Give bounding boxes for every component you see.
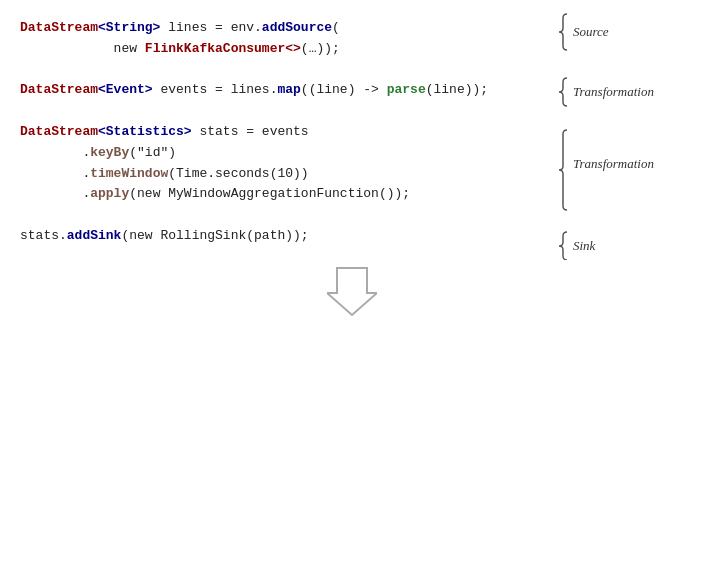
code-section: DataStream<String> lines = env.addSource… [0,0,704,257]
diagram-svg: Source Operator Transformation Operators… [0,321,704,541]
down-arrow-icon [327,263,377,318]
sink-code-label: Sink [573,238,596,253]
annotations-svg: Source Transformation Transformation Sin… [559,0,704,260]
source-label: Source [573,24,609,39]
transformation1-label: Transformation [573,84,654,99]
transformation2-label: Transformation [573,156,654,171]
down-arrow-container [0,261,704,321]
svg-marker-0 [327,268,377,315]
